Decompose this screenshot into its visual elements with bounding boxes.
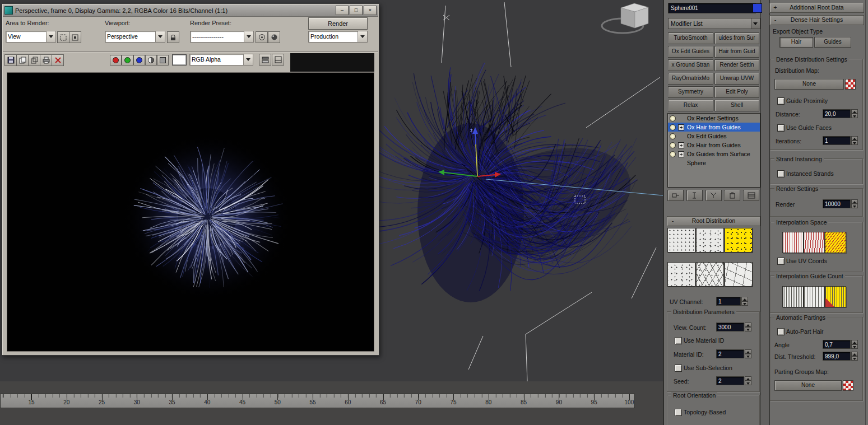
material-id-value[interactable]: 2 bbox=[716, 349, 744, 358]
make-unique-button[interactable] bbox=[705, 190, 722, 201]
render-preset-dropdown[interactable]: ---------------- bbox=[190, 31, 254, 43]
object-color-swatch[interactable] bbox=[753, 3, 762, 13]
dropdown-arrow-icon[interactable] bbox=[751, 18, 760, 29]
window-titlebar[interactable]: Perspective, frame 0, Display Gamma: 2,2… bbox=[3, 4, 378, 17]
dropdown-arrow-icon[interactable] bbox=[358, 31, 367, 42]
dropdown-arrow-icon[interactable] bbox=[243, 54, 253, 65]
blue-channel-button[interactable] bbox=[133, 55, 145, 66]
spinner-arrows[interactable] bbox=[851, 340, 858, 349]
lock-viewport-button[interactable] bbox=[167, 31, 179, 43]
modifier-set-button[interactable]: Render Settin bbox=[714, 59, 759, 71]
modifier-set-button[interactable]: x Ground Stran bbox=[668, 59, 713, 71]
render-count-spinner[interactable]: 10000 bbox=[823, 199, 858, 208]
auto-region-button[interactable] bbox=[69, 31, 81, 43]
dist-threshold-value[interactable]: 999,0 bbox=[823, 352, 851, 361]
clone-window-button[interactable] bbox=[28, 54, 40, 66]
distance-spinner[interactable]: 20,0 bbox=[823, 109, 858, 118]
distribution-map-shortcut-icon[interactable] bbox=[845, 79, 856, 90]
modifier-visibility-bulb-icon[interactable] bbox=[670, 124, 676, 130]
expand-modifier-icon[interactable] bbox=[678, 151, 684, 157]
red-channel-button[interactable] bbox=[110, 55, 122, 66]
angle-value[interactable]: 0,7 bbox=[823, 340, 851, 349]
spinner-arrows[interactable] bbox=[851, 136, 858, 145]
guide-count-2-thumbnail[interactable] bbox=[804, 286, 825, 307]
dense-hair-settings-rollout[interactable]: - Dense Hair Settings bbox=[769, 15, 864, 25]
distribution-face-center-thum bnail[interactable] bbox=[725, 262, 753, 287]
export-hair-button[interactable]: Hair bbox=[779, 37, 813, 48]
modifier-visibility-bulb-icon[interactable] bbox=[670, 142, 676, 148]
monochrome-button[interactable] bbox=[145, 55, 157, 66]
modifier-visibility-bulb-icon[interactable] bbox=[670, 133, 676, 139]
pin-stack-button[interactable] bbox=[667, 190, 684, 201]
timeline-ruler[interactable]: 1520253035404550556065707580859095100 bbox=[0, 394, 635, 408]
uv-channel-spinner[interactable]: 1 bbox=[716, 297, 748, 306]
viewport-dropdown[interactable]: Perspective bbox=[105, 31, 165, 43]
configure-modifier-sets-button[interactable] bbox=[743, 190, 759, 201]
parting-groups-map-shortcut-icon[interactable] bbox=[843, 380, 853, 391]
modifier-set-button[interactable]: Shell bbox=[714, 100, 759, 111]
distribution-random-area-thumbnail-selected[interactable] bbox=[725, 228, 753, 253]
modifier-set-button[interactable]: RayOrnatrixMo bbox=[668, 73, 713, 85]
export-guides-button[interactable]: Guides bbox=[814, 37, 851, 48]
show-end-result-button[interactable] bbox=[686, 190, 703, 201]
distribution-random-face-thumbnail[interactable] bbox=[667, 262, 695, 287]
layer-a-button[interactable] bbox=[259, 54, 271, 66]
distribution-vertex-thumbnail[interactable] bbox=[696, 262, 724, 287]
green-channel-button[interactable] bbox=[122, 55, 133, 66]
spinner-arrows[interactable] bbox=[851, 199, 858, 208]
clear-image-button[interactable] bbox=[52, 54, 64, 66]
dropdown-arrow-icon[interactable] bbox=[46, 31, 55, 42]
additional-root-data-rollout[interactable]: + Additional Root Data bbox=[769, 3, 864, 13]
interpolation-space-uv-thumbnail-selected[interactable] bbox=[825, 232, 846, 253]
modifier-list-dropdown[interactable]: Modifier List bbox=[668, 18, 760, 29]
minimize-button[interactable]: – bbox=[336, 6, 349, 15]
maximize-button[interactable]: □ bbox=[350, 6, 363, 15]
modifier-set-button[interactable]: Edit Poly bbox=[714, 86, 759, 98]
rollout-expand-icon[interactable]: + bbox=[772, 4, 778, 11]
render-setup-button[interactable] bbox=[256, 31, 268, 43]
close-button[interactable]: × bbox=[364, 6, 377, 15]
modifier-stack-item[interactable]: Ox Hair from Guides bbox=[668, 123, 760, 132]
spinner-arrows[interactable] bbox=[851, 352, 858, 361]
guide-count-3-thumbnail-selected[interactable] bbox=[825, 286, 846, 307]
spinner-arrows[interactable] bbox=[745, 349, 751, 358]
rendered-frame-window[interactable]: Perspective, frame 0, Display Gamma: 2,2… bbox=[2, 3, 379, 356]
distribution-map-button[interactable]: None bbox=[774, 79, 844, 90]
modifier-set-button[interactable]: uides from Sur bbox=[714, 32, 759, 44]
use-material-id-checkbox[interactable] bbox=[675, 337, 682, 344]
expand-modifier-icon[interactable] bbox=[678, 142, 684, 148]
iterations-spinner[interactable]: 1 bbox=[823, 136, 858, 145]
guide-count-1-thumbnail[interactable] bbox=[782, 286, 804, 307]
viewcube[interactable] bbox=[602, 3, 648, 33]
distance-value[interactable]: 20,0 bbox=[823, 109, 851, 118]
angle-spinner[interactable]: 0,7 bbox=[823, 340, 858, 349]
distribution-even-thumbnail[interactable] bbox=[667, 228, 695, 253]
channel-display-dropdown[interactable]: RGB Alpha bbox=[189, 54, 253, 66]
spinner-arrows[interactable] bbox=[851, 109, 858, 118]
expand-modifier-icon[interactable] bbox=[678, 124, 684, 130]
modifier-visibility-bulb-icon[interactable] bbox=[670, 151, 676, 157]
material-id-spinner[interactable]: 2 bbox=[716, 349, 751, 358]
use-guide-faces-checkbox[interactable] bbox=[777, 124, 785, 132]
modifier-set-button[interactable]: Relax bbox=[668, 100, 713, 111]
view-count-value[interactable]: 3000 bbox=[716, 323, 744, 331]
view-count-spinner[interactable]: 3000 bbox=[716, 323, 751, 331]
rollout-collapse-icon[interactable]: - bbox=[772, 16, 778, 24]
auto-part-hair-checkbox[interactable] bbox=[777, 328, 785, 335]
interpolation-space-local-thumbnail[interactable] bbox=[804, 232, 825, 253]
alpha-channel-button[interactable] bbox=[157, 55, 169, 66]
modifier-set-button[interactable]: Hair from Guid bbox=[714, 46, 759, 58]
remove-modifier-button[interactable] bbox=[724, 190, 740, 201]
use-uv-coords-checkbox[interactable] bbox=[777, 258, 785, 265]
modifier-set-button[interactable]: Symmetry bbox=[668, 86, 713, 98]
modifier-stack-item[interactable]: Ox Render Settings bbox=[668, 114, 760, 123]
modifier-set-button[interactable]: TurboSmooth bbox=[668, 32, 713, 44]
modifier-stack[interactable]: Ox Render SettingsOx Hair from GuidesOx … bbox=[667, 113, 760, 188]
spinner-arrows[interactable] bbox=[745, 323, 751, 331]
save-image-button[interactable] bbox=[4, 54, 17, 66]
render-mode-dropdown[interactable]: Production bbox=[308, 31, 368, 43]
render-button[interactable]: Render bbox=[308, 17, 368, 30]
dist-threshold-spinner[interactable]: 999,0 bbox=[823, 352, 858, 361]
instanced-strands-checkbox[interactable] bbox=[777, 170, 785, 178]
area-to-render-dropdown[interactable]: View bbox=[6, 31, 56, 43]
